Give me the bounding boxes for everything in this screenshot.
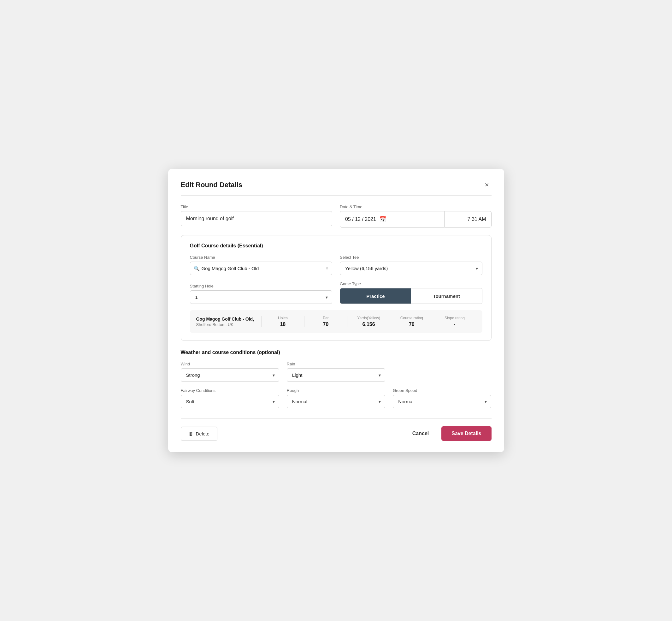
title-label: Title bbox=[181, 204, 333, 209]
starting-game-row: Starting Hole 1 ▾ Game Type Practice Tou… bbox=[190, 282, 482, 304]
game-type-group: Game Type Practice Tournament bbox=[340, 282, 482, 304]
weather-section: Weather and course conditions (optional)… bbox=[181, 349, 492, 408]
weather-section-title: Weather and course conditions (optional) bbox=[181, 349, 492, 355]
holes-label: Holes bbox=[278, 316, 288, 320]
course-info-name: Gog Magog Golf Club - Old, bbox=[196, 317, 261, 322]
rough-dropdown[interactable]: Short Normal Long bbox=[287, 395, 385, 408]
fairway-field: Fairway Conditions Hard Firm Normal Soft… bbox=[181, 388, 279, 408]
edit-round-modal: Edit Round Details × Title Date & Time 0… bbox=[168, 169, 504, 452]
clear-course-icon[interactable]: × bbox=[326, 266, 328, 272]
starting-hole-label: Starting Hole bbox=[190, 284, 333, 288]
title-field-group: Title bbox=[181, 204, 333, 227]
modal-header: Edit Round Details × bbox=[181, 180, 492, 196]
rain-dropdown[interactable]: None Light Moderate Heavy bbox=[287, 368, 385, 382]
fairway-select-wrap: Hard Firm Normal Soft Wet ▾ bbox=[181, 395, 279, 408]
rough-select-wrap: Short Normal Long ▾ bbox=[287, 395, 385, 408]
course-info-name-group: Gog Magog Golf Club - Old, Shelford Bott… bbox=[196, 317, 261, 327]
modal-title: Edit Round Details bbox=[181, 181, 243, 189]
slope-rating-stat: Slope rating - bbox=[433, 316, 476, 327]
delete-button[interactable]: 🗑 Delete bbox=[181, 427, 217, 441]
select-tee-dropdown[interactable]: Yellow (6,156 yards) bbox=[340, 261, 482, 275]
time-value: 7:31 AM bbox=[468, 216, 486, 222]
fairway-dropdown[interactable]: Hard Firm Normal Soft Wet bbox=[181, 395, 279, 408]
close-button[interactable]: × bbox=[482, 180, 492, 190]
par-stat: Par 70 bbox=[304, 316, 347, 327]
datetime-field-group: Date & Time 05 / 12 / 2021 📅 7:31 AM bbox=[340, 204, 492, 227]
course-info-location: Shelford Bottom, UK bbox=[196, 322, 261, 327]
select-tee-wrap: Yellow (6,156 yards) ▾ bbox=[340, 261, 482, 275]
slope-rating-label: Slope rating bbox=[445, 316, 465, 320]
yards-stat: Yards(Yellow) 6,156 bbox=[347, 316, 390, 327]
wind-select-wrap: Calm Light Moderate Strong Very Strong ▾ bbox=[181, 368, 279, 382]
game-type-label: Game Type bbox=[340, 282, 482, 286]
select-tee-group: Select Tee Yellow (6,156 yards) ▾ bbox=[340, 255, 482, 275]
trash-icon: 🗑 bbox=[189, 431, 194, 437]
green-speed-dropdown[interactable]: Slow Normal Fast Very Fast bbox=[393, 395, 491, 408]
rough-field: Rough Short Normal Long ▾ bbox=[287, 388, 385, 408]
starting-hole-select-wrap: 1 ▾ bbox=[190, 290, 333, 304]
par-value: 70 bbox=[323, 322, 329, 327]
datetime-label: Date & Time bbox=[340, 204, 492, 209]
calendar-icon: 📅 bbox=[379, 216, 386, 223]
delete-label: Delete bbox=[196, 431, 209, 437]
time-input-wrap[interactable]: 7:31 AM bbox=[444, 211, 492, 227]
fairway-label: Fairway Conditions bbox=[181, 388, 279, 393]
golf-course-title: Golf Course details (Essential) bbox=[190, 243, 482, 249]
modal-footer: 🗑 Delete Cancel Save Details bbox=[181, 418, 492, 441]
wind-dropdown[interactable]: Calm Light Moderate Strong Very Strong bbox=[181, 368, 279, 382]
footer-right: Cancel Save Details bbox=[406, 426, 492, 441]
par-label: Par bbox=[323, 316, 329, 320]
course-rating-stat: Course rating 70 bbox=[390, 316, 433, 327]
wind-rain-row: Wind Calm Light Moderate Strong Very Str… bbox=[181, 362, 492, 382]
golf-course-card: Golf Course details (Essential) Course N… bbox=[181, 235, 492, 341]
course-name-wrap: 🔍 × bbox=[190, 261, 333, 275]
starting-hole-dropdown[interactable]: 1 bbox=[190, 290, 333, 304]
holes-value: 18 bbox=[280, 322, 286, 327]
course-name-label: Course Name bbox=[190, 255, 333, 260]
date-time-inputs: 05 / 12 / 2021 📅 7:31 AM bbox=[340, 211, 492, 227]
green-speed-label: Green Speed bbox=[393, 388, 491, 393]
green-speed-select-wrap: Slow Normal Fast Very Fast ▾ bbox=[393, 395, 491, 408]
green-speed-field: Green Speed Slow Normal Fast Very Fast ▾ bbox=[393, 388, 491, 408]
yards-value: 6,156 bbox=[363, 322, 375, 327]
title-datetime-row: Title Date & Time 05 / 12 / 2021 📅 7:31 … bbox=[181, 204, 492, 227]
rain-label: Rain bbox=[287, 362, 385, 366]
search-icon: 🔍 bbox=[194, 266, 200, 272]
game-type-toggle: Practice Tournament bbox=[340, 288, 482, 304]
course-tee-row: Course Name 🔍 × Select Tee Yellow (6,156… bbox=[190, 255, 482, 275]
rain-select-wrap: None Light Moderate Heavy ▾ bbox=[287, 368, 385, 382]
cancel-button[interactable]: Cancel bbox=[406, 427, 435, 441]
date-value: 05 / 12 / 2021 bbox=[345, 216, 376, 222]
yards-label: Yards(Yellow) bbox=[357, 316, 380, 320]
practice-toggle-btn[interactable]: Practice bbox=[340, 288, 411, 303]
fairway-rough-green-row: Fairway Conditions Hard Firm Normal Soft… bbox=[181, 388, 492, 408]
title-input[interactable] bbox=[181, 211, 333, 226]
holes-stat: Holes 18 bbox=[261, 316, 304, 327]
course-info-card: Gog Magog Golf Club - Old, Shelford Bott… bbox=[190, 310, 482, 333]
select-tee-label: Select Tee bbox=[340, 255, 482, 260]
rain-field: Rain None Light Moderate Heavy ▾ bbox=[287, 362, 385, 382]
starting-hole-group: Starting Hole 1 ▾ bbox=[190, 284, 333, 304]
course-rating-label: Course rating bbox=[401, 316, 423, 320]
date-input-wrap[interactable]: 05 / 12 / 2021 📅 bbox=[340, 211, 444, 227]
course-rating-value: 70 bbox=[409, 322, 415, 327]
wind-field: Wind Calm Light Moderate Strong Very Str… bbox=[181, 362, 279, 382]
wind-label: Wind bbox=[181, 362, 279, 366]
rough-label: Rough bbox=[287, 388, 385, 393]
slope-rating-value: - bbox=[454, 322, 455, 327]
course-name-group: Course Name 🔍 × bbox=[190, 255, 333, 275]
tournament-toggle-btn[interactable]: Tournament bbox=[411, 288, 482, 303]
save-button[interactable]: Save Details bbox=[442, 426, 491, 441]
course-name-input[interactable] bbox=[190, 261, 333, 275]
